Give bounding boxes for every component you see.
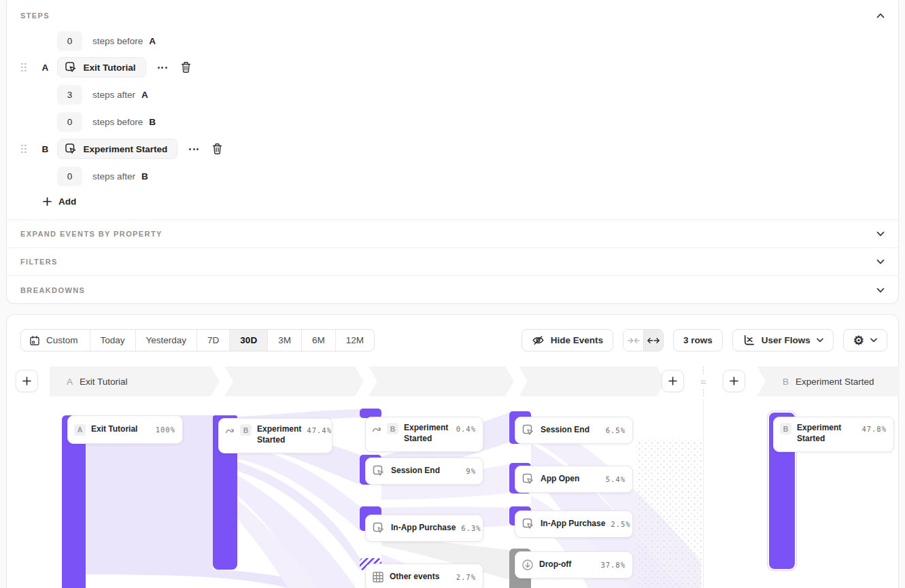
chevron-down-icon [874,255,887,269]
flow-card-exit-tutorial[interactable]: A Exit Tutorial 100% [67,415,183,444]
flow-card-percent: 47.8% [861,425,887,433]
steps-panel: STEPS 0 steps before A A Exit Tutorial 3… [6,0,899,304]
rows-count-button[interactable]: 3 rows [673,329,723,351]
steps-after-label: steps after [92,171,135,181]
steps-after-b-row: 0 steps after B [57,166,148,186]
filters-section[interactable]: FILTERS [7,247,898,275]
event-icon [65,143,78,156]
event-icon [65,61,78,74]
flow-card-title: Drop-off [539,559,595,570]
date-range-7d[interactable]: 7D [197,330,229,351]
event-icon [522,517,535,531]
breakdowns-section[interactable]: BREAKDOWNS [7,275,898,304]
expand-events-by-property-section[interactable]: EXPAND EVENTS BY PROPERTY [7,220,898,247]
steps-before-b-input[interactable]: 0 [57,112,82,132]
step-letter: B [42,144,51,154]
flow-card-in-app-purchase-2[interactable]: In-App Purchase 2.5% [515,511,633,538]
steps-after-label: steps after [92,90,135,100]
flow-card-percent: 2.7% [456,573,476,581]
date-range-30d[interactable]: 30D [229,330,267,351]
chevron-down-icon [870,338,877,343]
header-step-name: Experiment Started [796,377,874,387]
flow-card-session-end-2[interactable]: Session End 6.5% [515,417,633,444]
indirect-flow-arrow-icon [225,426,235,435]
flow-column-headers: A Exit Tutorial ≈ B Experiment Started [7,366,898,396]
flow-card-percent: 37.8% [600,561,626,569]
step-a-row: A Exit Tutorial [21,57,192,77]
event-chip-label: Exit Tutorial [84,63,136,73]
date-range-12m[interactable]: 12M [335,330,374,351]
flow-card-other-events[interactable]: Other events 2.7% [365,564,483,588]
date-range-custom[interactable]: Custom [21,330,90,351]
drag-handle-icon[interactable] [21,63,27,72]
flows-report-panel: Custom Today Yesterday 7D 30D 3M 6M 12M … [6,314,899,588]
hide-events-button[interactable]: Hide Events [522,329,613,351]
steps-after-b-input[interactable]: 0 [57,167,82,186]
flow-card-session-end[interactable]: Session End 9% [365,457,483,485]
steps-title: STEPS [20,12,50,20]
add-column-button[interactable] [662,370,684,392]
add-column-button[interactable] [723,370,745,392]
header-step-b[interactable]: B Experiment Started [757,366,900,396]
header-segment [224,366,364,396]
toolbar-right-tools: Hide Events 3 rows User Flows [522,329,887,351]
date-range-6m[interactable]: 6M [301,330,335,351]
event-chip-exit-tutorial[interactable]: Exit Tutorial [57,57,146,77]
more-options-button[interactable] [188,145,200,153]
flow-card-percent: 6.5% [606,426,626,434]
gear-icon: ⚙ [853,334,864,347]
chevron-up-icon[interactable] [874,9,887,22]
event-icon [522,423,535,437]
step-a-badge: A [74,424,86,436]
step-ref: B [141,171,148,181]
calendar-icon [29,335,40,346]
flow-card-experiment-started-b[interactable]: B Experiment Started 47.8% [773,417,894,452]
chart-toolbar: Custom Today Yesterday 7D 30D 3M 6M 12M … [20,329,887,351]
indirect-flow-arrow-icon [372,425,381,434]
header-segment [519,366,666,396]
collapsed-gap-dots [636,440,702,588]
flow-card-title: Other events [390,572,451,583]
chevron-down-icon [874,283,887,297]
steps-before-label: steps before [92,36,143,46]
steps-after-a-input[interactable]: 3 [57,85,82,105]
add-step-button[interactable]: Add [43,196,76,207]
trash-icon[interactable] [211,143,223,155]
date-range-today[interactable]: Today [90,330,135,351]
more-options-button[interactable] [156,64,169,71]
flow-card-experiment-started-47[interactable]: B Experiment Started 47.4% [218,418,332,453]
drag-handle-icon[interactable] [21,145,27,154]
event-icon [372,464,386,478]
flow-card-experiment-started-04[interactable]: B Experiment Started 0.4% [365,417,483,452]
flow-card-title: Experiment Started [797,423,856,445]
header-step-a[interactable]: A Exit Tutorial [50,366,220,396]
settings-dropdown[interactable]: ⚙ [843,329,887,351]
rows-count-label: 3 rows [683,335,713,345]
flow-gap-divider [703,399,704,588]
flow-card-in-app-purchase[interactable]: In-App Purchase 6.3% [365,515,483,542]
flow-card-title: Session End [541,425,600,436]
date-range-yesterday[interactable]: Yesterday [135,330,197,351]
section-label: FILTERS [20,258,874,266]
step-letter: A [42,63,51,73]
steps-section-header[interactable]: STEPS [20,7,887,24]
trash-icon[interactable] [180,61,192,73]
flow-card-title: Experiment Started [257,424,301,446]
collapse-columns-icon[interactable] [624,330,643,351]
user-flows-icon [742,334,755,347]
add-column-button[interactable] [16,370,38,392]
view-type-dropdown[interactable]: User Flows [732,329,834,351]
steps-before-a-input[interactable]: 0 [57,31,82,51]
view-type-label: User Flows [762,335,810,345]
event-icon [522,472,535,486]
flow-card-app-open[interactable]: App Open 5.4% [515,466,633,493]
expand-columns-icon[interactable] [643,330,663,351]
eye-off-icon [532,334,545,346]
flow-card-drop-off[interactable]: Drop-off 37.8% [515,551,633,578]
step-b-badge: B [240,424,252,436]
event-chip-experiment-started[interactable]: Experiment Started [57,139,178,159]
event-icon [372,521,386,535]
date-range-3m[interactable]: 3M [267,330,301,351]
chevron-down-icon [874,227,887,241]
header-segment [369,366,514,396]
